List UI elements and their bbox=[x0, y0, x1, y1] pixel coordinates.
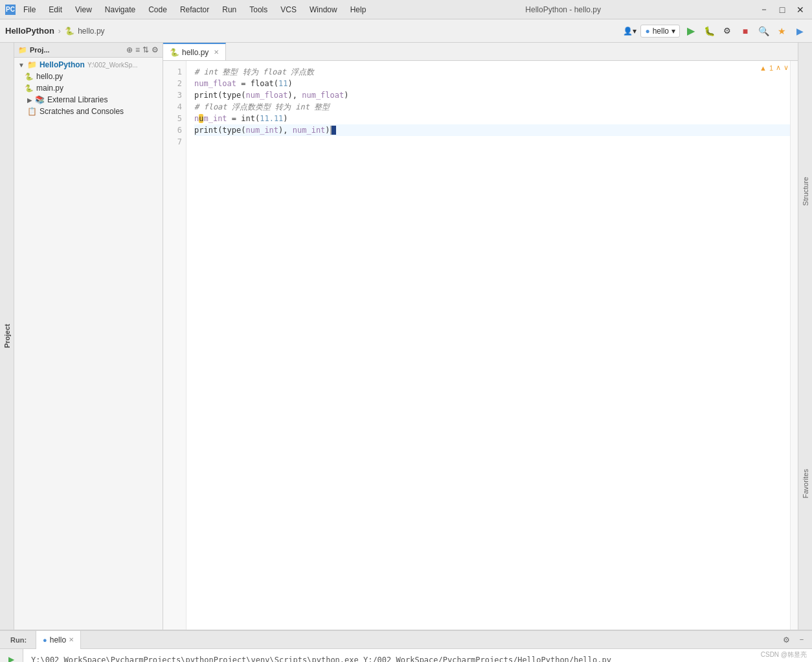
project-label-vertical: Project bbox=[3, 324, 11, 348]
project-sidebar-tab[interactable]: Project bbox=[0, 43, 14, 630]
menu-help[interactable]: Help bbox=[348, 4, 369, 16]
bottom-panel: Run: ● hello ✕ ⚙ － ▶ ↑ 🔧 ↓ ■ ⇌ 🖨 🗑 Y:\00… bbox=[0, 630, 812, 662]
project-breadcrumb[interactable]: HelloPython bbox=[5, 26, 54, 36]
run-config-chevron: ▾ bbox=[671, 27, 675, 36]
tree-external-libs[interactable]: ▶ 📚 External Libraries bbox=[14, 94, 163, 106]
coverage-button[interactable]: ⚙ bbox=[720, 24, 734, 38]
user-icon[interactable]: 👤▾ bbox=[622, 24, 637, 38]
warning-icon: ▲ bbox=[760, 64, 767, 72]
line-num-2: 2 bbox=[163, 78, 186, 89]
tree-file-main[interactable]: 🐍 main.py bbox=[14, 82, 163, 94]
menu-window[interactable]: Window bbox=[307, 4, 340, 16]
run-button[interactable]: ▶ bbox=[684, 24, 698, 38]
search-button[interactable]: 🔍 bbox=[756, 24, 771, 38]
line-num-6: 6 bbox=[163, 124, 186, 136]
structure-tab[interactable]: Structure bbox=[800, 172, 811, 211]
warning-nav-up[interactable]: ∧ bbox=[776, 63, 781, 72]
content-area: Project 📁 Proj... ⊕ ≡ ⇅ ⚙ ▼ 📁 HelloPytho… bbox=[0, 43, 812, 630]
run-tab-close[interactable]: ✕ bbox=[69, 636, 74, 643]
project-icon: 📁 bbox=[18, 46, 27, 54]
structure-favorites-bar: Structure Favorites bbox=[798, 43, 812, 630]
file-icon: 🐍 bbox=[65, 27, 74, 36]
run-label: Run: bbox=[4, 631, 33, 649]
run-tab-hello[interactable]: ● hello ✕ bbox=[36, 631, 81, 649]
py-icon-hello: 🐍 bbox=[25, 73, 34, 81]
run-settings-btn[interactable]: ⚙ bbox=[780, 633, 793, 646]
project-name: HelloPython bbox=[39, 60, 85, 69]
project-settings-btn[interactable]: ⚙ bbox=[152, 45, 159, 54]
warning-nav-down[interactable]: ∨ bbox=[784, 63, 789, 72]
menu-code[interactable]: Code bbox=[146, 4, 170, 16]
run-minimize-btn[interactable]: － bbox=[795, 633, 808, 646]
project-sync-btn[interactable]: ⊕ bbox=[126, 45, 133, 54]
toolbar-left: HelloPython › 🐍 hello.py bbox=[5, 26, 105, 36]
stop-button[interactable]: ■ bbox=[738, 24, 752, 38]
ide-icon: PC bbox=[5, 5, 16, 15]
warning-scrollbar: ▲ 1 ∧ ∨ bbox=[790, 61, 798, 630]
code-line-7: print(type(num_int), num_int) bbox=[194, 124, 790, 136]
external-libs-label: External Libraries bbox=[47, 95, 107, 104]
root-arrow: ▼ bbox=[18, 62, 25, 69]
project-toolbar-title: Proj... bbox=[30, 46, 124, 54]
run-config-icon: ● bbox=[645, 27, 649, 36]
run-tab-bar: Run: ● hello ✕ ⚙ － bbox=[0, 631, 812, 649]
debug-button[interactable]: 🐛 bbox=[702, 24, 716, 38]
title-bar: PC File Edit View Navigate Code Refactor… bbox=[0, 0, 812, 19]
main-toolbar: HelloPython › 🐍 hello.py 👤▾ ● hello ▾ ▶ … bbox=[0, 19, 812, 43]
maximize-button[interactable]: □ bbox=[776, 3, 789, 16]
line-numbers: 1 2 3 4 5 6 7 bbox=[163, 61, 186, 630]
toolbar-right: 👤▾ ● hello ▾ ▶ 🐛 ⚙ ■ 🔍 ★ ▶ bbox=[622, 24, 807, 38]
run-config-selector[interactable]: ● hello ▾ bbox=[640, 25, 680, 38]
menu-refactor[interactable]: Refactor bbox=[177, 4, 212, 16]
editor-tab-hello[interactable]: 🐍 hello.py ✕ bbox=[163, 43, 226, 60]
warning-count: 1 bbox=[769, 64, 773, 72]
tab-filename: hello.py bbox=[182, 48, 209, 57]
code-editor[interactable]: # int 整型 转为 float 浮点数 num_float = float(… bbox=[186, 61, 798, 630]
favorites-tab[interactable]: Favorites bbox=[800, 464, 811, 503]
line-num-1: 1 bbox=[163, 66, 186, 78]
code-line-1: # int 整型 转为 float 浮点数 bbox=[194, 66, 790, 78]
settings-button[interactable]: ▶ bbox=[793, 24, 807, 38]
run-config-name: hello bbox=[653, 27, 669, 36]
menu-navigate[interactable]: Navigate bbox=[102, 4, 138, 16]
editor-tab-bar: 🐍 hello.py ✕ bbox=[163, 43, 798, 61]
line-num-5: 5 bbox=[163, 113, 186, 124]
project-tree: ▼ 📁 HelloPython Y:\002_WorkSp... 🐍 hello… bbox=[14, 58, 163, 630]
menu-run[interactable]: Run bbox=[220, 4, 239, 16]
scratches-label: Scratches and Consoles bbox=[39, 107, 124, 116]
tree-scratches[interactable]: 📋 Scratches and Consoles bbox=[14, 106, 163, 117]
menu-view[interactable]: View bbox=[73, 4, 95, 16]
tree-root[interactable]: ▼ 📁 HelloPython Y:\002_WorkSp... bbox=[14, 59, 163, 71]
external-libs-icon: 📚 bbox=[35, 95, 45, 104]
run-controls: ⚙ － bbox=[780, 633, 808, 646]
line-num-7: 7 bbox=[163, 136, 186, 148]
code-container: 1 2 3 4 5 6 7 # int 整型 转为 float 浮点数 num_… bbox=[163, 61, 798, 630]
menu-tools[interactable]: Tools bbox=[247, 4, 270, 16]
project-expand-btn[interactable]: ⇅ bbox=[142, 45, 149, 54]
run-sidebar: ▶ ↑ 🔧 ↓ ■ ⇌ 🖨 🗑 bbox=[0, 649, 23, 662]
close-button[interactable]: ✕ bbox=[794, 3, 807, 16]
window-title: HelloPython - hello.py bbox=[525, 5, 601, 14]
bookmark-button[interactable]: ★ bbox=[774, 24, 789, 38]
menu-edit[interactable]: Edit bbox=[46, 4, 65, 16]
file-breadcrumb-name: hello.py bbox=[78, 27, 104, 36]
run-play-btn[interactable]: ▶ bbox=[4, 652, 19, 662]
line-num-4: 4 bbox=[163, 101, 186, 113]
project-collapse-btn[interactable]: ≡ bbox=[135, 45, 140, 54]
line-num-3: 3 bbox=[163, 89, 186, 101]
console-output[interactable]: Y:\002_WorkSpace\PycharmProjects\pythonP… bbox=[23, 649, 812, 662]
project-toolbar: 📁 Proj... ⊕ ≡ ⇅ ⚙ bbox=[14, 43, 163, 58]
minimize-button[interactable]: － bbox=[758, 3, 771, 16]
code-line-5: # float 浮点数类型 转为 int 整型 bbox=[194, 101, 790, 113]
menu-bar: File Edit View Navigate Code Refactor Ru… bbox=[21, 4, 368, 16]
tab-close-btn[interactable]: ✕ bbox=[214, 49, 219, 56]
menu-vcs[interactable]: VCS bbox=[278, 4, 299, 16]
menu-file[interactable]: File bbox=[21, 4, 38, 16]
run-tab-icon: ● bbox=[43, 636, 47, 644]
file-breadcrumb[interactable]: 🐍 hello.py bbox=[65, 27, 105, 36]
folder-icon: 📁 bbox=[27, 60, 37, 69]
tree-file-hello[interactable]: 🐍 hello.py bbox=[14, 71, 163, 82]
title-bar-left: PC File Edit View Navigate Code Refactor… bbox=[5, 4, 368, 16]
editor-area: 🐍 hello.py ✕ 1 2 3 4 5 6 7 # int 整型 转为 f… bbox=[163, 43, 798, 630]
window-controls: － □ ✕ bbox=[758, 3, 807, 16]
